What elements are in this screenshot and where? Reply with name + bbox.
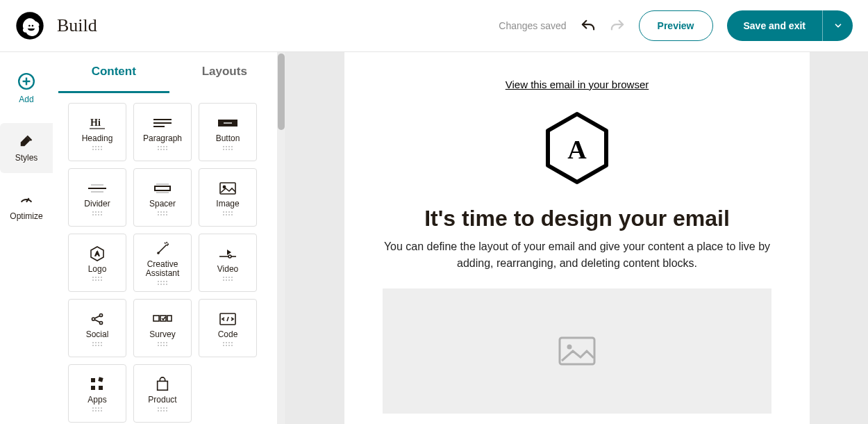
logo-icon: A	[89, 245, 106, 262]
svg-point-27	[99, 313, 102, 316]
svg-point-26	[92, 318, 94, 320]
redo-icon[interactable]	[610, 18, 625, 33]
svg-marker-25	[227, 250, 231, 255]
hex-logo-icon: A	[542, 110, 612, 186]
svg-rect-40	[158, 381, 168, 390]
email-canvas[interactable]: View this email in your browser A It's t…	[344, 52, 810, 424]
svg-text:Hi: Hi	[90, 117, 101, 128]
svg-rect-43	[560, 338, 594, 364]
block-code[interactable]: Code	[199, 299, 257, 357]
mailchimp-logo-icon	[15, 11, 44, 40]
rail-add[interactable]: Add	[0, 63, 53, 113]
image-placeholder-block[interactable]	[383, 288, 771, 414]
canvas-headline: It's time to design your email	[424, 206, 730, 231]
block-product[interactable]: Product	[133, 364, 192, 423]
top-bar: Build Changes saved Preview Save and exi…	[0, 0, 868, 52]
scrollbar-thumb[interactable]	[278, 54, 285, 130]
page-title: Build	[57, 15, 97, 36]
placeholder-image-icon	[558, 336, 596, 366]
block-video[interactable]: Video	[199, 234, 257, 292]
svg-rect-38	[91, 386, 95, 390]
block-spacer[interactable]: Spacer	[133, 168, 192, 227]
svg-point-44	[567, 345, 572, 350]
button-icon	[217, 115, 239, 131]
svg-rect-18	[220, 183, 235, 194]
undo-icon[interactable]	[581, 18, 596, 33]
survey-icon	[152, 311, 173, 327]
logo-group: Build	[15, 11, 97, 40]
svg-rect-37	[98, 377, 103, 382]
block-image[interactable]: Image	[199, 168, 257, 227]
save-dropdown-chevron-icon[interactable]	[822, 10, 853, 41]
svg-point-19	[223, 186, 225, 188]
paragraph-icon	[152, 115, 173, 131]
rail-styles[interactable]: Styles	[0, 123, 53, 173]
svg-point-28	[99, 321, 102, 324]
view-in-browser-link[interactable]: View this email in your browser	[506, 79, 649, 90]
video-icon	[217, 245, 238, 262]
divider-icon	[87, 180, 108, 197]
block-survey[interactable]: Survey	[133, 299, 192, 357]
panel-tabs: Content Layouts	[53, 52, 285, 93]
svg-line-29	[94, 316, 99, 318]
tab-layouts[interactable]: Layouts	[169, 52, 281, 93]
svg-rect-31	[153, 316, 159, 321]
svg-point-22	[158, 252, 159, 254]
svg-rect-33	[167, 316, 172, 321]
block-apps[interactable]: Apps	[68, 364, 126, 423]
side-rail: Add Styles Optimize	[0, 52, 53, 424]
code-icon	[219, 311, 237, 327]
blocks-panel: Content Layouts Hi Heading Paragraph But…	[53, 52, 286, 424]
svg-text:A: A	[567, 135, 587, 164]
svg-point-24	[228, 255, 231, 258]
save-status: Changes saved	[499, 20, 566, 31]
svg-line-35	[227, 317, 228, 321]
sparkle-icon	[154, 240, 171, 257]
block-creative-assistant[interactable]: Creative Assistant	[133, 234, 192, 292]
tab-content[interactable]: Content	[58, 52, 169, 93]
svg-text:A: A	[95, 250, 99, 257]
block-paragraph[interactable]: Paragraph	[133, 103, 192, 161]
canvas-area: View this email in your browser A It's t…	[286, 52, 868, 424]
block-button[interactable]: Button	[199, 103, 257, 161]
blocks-grid: Hi Heading Paragraph Button Divider	[53, 93, 285, 424]
save-and-exit-button[interactable]: Save and exit	[727, 10, 853, 41]
spacer-icon	[152, 180, 173, 197]
shopping-bag-icon	[155, 376, 170, 393]
panel-scrollbar[interactable]	[277, 52, 285, 424]
rail-optimize[interactable]: Optimize	[0, 181, 53, 231]
block-heading[interactable]: Hi Heading	[68, 103, 126, 161]
svg-line-30	[94, 320, 99, 323]
svg-rect-39	[99, 386, 103, 390]
preview-button[interactable]: Preview	[639, 10, 713, 41]
share-icon	[90, 311, 105, 327]
canvas-subtext: You can define the layout of your email …	[383, 238, 771, 272]
block-divider[interactable]: Divider	[68, 168, 126, 227]
block-logo[interactable]: A Logo	[68, 234, 126, 292]
block-social[interactable]: Social	[68, 299, 126, 357]
svg-rect-36	[91, 378, 95, 382]
image-icon	[219, 180, 237, 197]
grip-icon	[92, 146, 102, 150]
apps-icon	[90, 376, 105, 393]
heading-icon: Hi	[87, 115, 107, 131]
svg-rect-16	[155, 186, 170, 190]
